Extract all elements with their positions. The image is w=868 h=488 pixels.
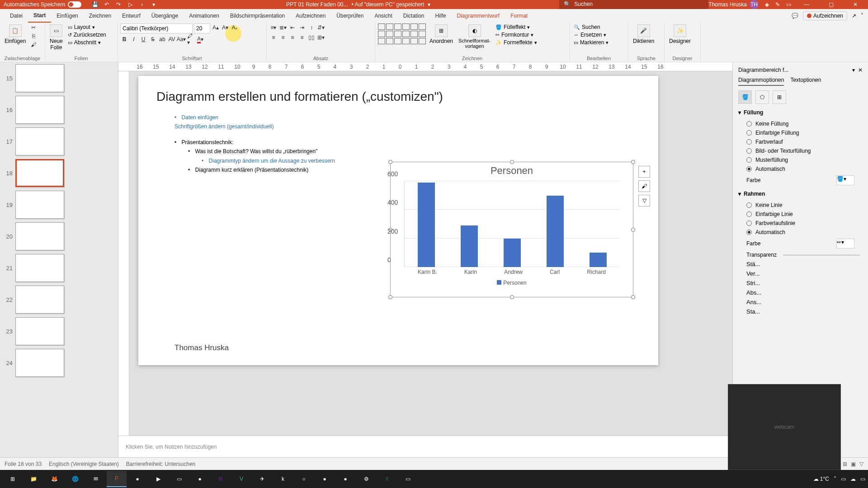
underline-icon[interactable]: U	[139, 35, 147, 43]
pane-tab-chart-options[interactable]: Diagrammoptionen	[738, 77, 784, 86]
chart-brush-icon[interactable]: 🖌	[638, 180, 650, 192]
comments-icon[interactable]: 💬	[792, 13, 798, 19]
find-button[interactable]: 🔍 Suchen	[572, 23, 610, 31]
thumbnail-23[interactable]	[15, 317, 64, 345]
author-text[interactable]: Thomas Hruska	[175, 343, 229, 352]
powerpoint-icon[interactable]: P	[107, 471, 127, 487]
tray-chevron-icon[interactable]: ˄	[834, 476, 836, 482]
outlook-icon[interactable]: ✉	[86, 471, 106, 487]
justify-icon[interactable]: ≡	[298, 33, 306, 42]
radio-automatisch[interactable]: Automatisch	[738, 164, 863, 174]
collapse-ribbon-icon[interactable]: ˅	[861, 13, 863, 19]
format-painter-icon[interactable]: 🖌	[29, 41, 38, 49]
chart-object[interactable]: + 🖌 ▽ Personen 0200400600 Karin B.KarinA…	[390, 162, 633, 297]
align-left-icon[interactable]: ≡	[269, 33, 278, 42]
tray-battery-icon[interactable]: ▭	[841, 476, 846, 482]
tab-entwurf[interactable]: Entwurf	[117, 9, 146, 23]
font-name-input[interactable]: Calibri (Textkörper)	[120, 23, 193, 33]
new-slide-button[interactable]: ▭Neue Folie	[48, 23, 65, 52]
language-status[interactable]: Englisch (Vereinigte Staaten)	[49, 461, 119, 467]
fill-section-header[interactable]: ▾ Füllung	[738, 109, 863, 116]
radio-automatisch[interactable]: Automatisch	[738, 228, 863, 237]
tab-aufzeichnen[interactable]: Aufzeichnen	[290, 9, 331, 23]
taskbar[interactable]: ⊞ 📁 🦊 🌐 ✉ P ● ▶ ▭ ● N V ✈ k ○ ● ● ⚙ X ▭ …	[0, 470, 868, 488]
thumbnail-24[interactable]	[15, 349, 64, 377]
app3-icon[interactable]: ●	[190, 471, 210, 487]
vlc-icon[interactable]: ▶	[148, 471, 168, 487]
fill-color-button[interactable]: 🪣▾	[836, 175, 854, 185]
dictate-button[interactable]: 🎤Diktieren	[631, 23, 656, 45]
font-color-icon[interactable]: A▾	[196, 35, 204, 43]
slide-thumbnails[interactable]: 15161718192021222324	[0, 62, 118, 457]
pane-close-icon[interactable]: ✕	[858, 67, 863, 73]
radio-einfarbige-linie[interactable]: Einfarbige Linie	[738, 210, 863, 219]
thumbnail-19[interactable]	[15, 191, 64, 219]
radio-farbverlauf[interactable]: Farbverlauf	[738, 137, 863, 146]
app2-icon[interactable]: ▭	[169, 471, 189, 487]
minimize-button[interactable]: —	[797, 1, 816, 8]
strike-icon[interactable]: S̶	[149, 35, 157, 43]
replace-button[interactable]: ↔ Ersetzen ▾	[572, 31, 610, 38]
size-icon[interactable]: ⊞	[773, 90, 786, 104]
start-button[interactable]: ⊞	[3, 471, 23, 487]
app8-icon[interactable]: ●	[335, 471, 355, 487]
app7-icon[interactable]: ●	[315, 471, 335, 487]
share-icon[interactable]: ↗	[852, 13, 856, 19]
thumbnail-18[interactable]	[15, 159, 64, 187]
dropdown-icon[interactable]: ▾	[150, 1, 157, 8]
radio-keine-füllung[interactable]: Keine Füllung	[738, 119, 863, 128]
app9-icon[interactable]: ▭	[398, 471, 418, 487]
shadow-icon[interactable]: ab	[158, 35, 166, 43]
highlight-icon[interactable]: 🖍▾	[187, 35, 195, 43]
bold-icon[interactable]: B	[120, 35, 128, 43]
tab-datei[interactable]: Datei	[5, 9, 28, 23]
slide-title[interactable]: Diagramm erstellen und formatieren („cus…	[156, 89, 640, 104]
effects-icon[interactable]: ⬠	[755, 90, 769, 104]
radio-einfarbige-füllung[interactable]: Einfarbige Füllung	[738, 128, 863, 137]
thumbnail-20[interactable]	[15, 222, 64, 250]
notes-pane[interactable]: Klicken Sie, um Notizen hinzuzufügen	[118, 436, 732, 457]
radio-farbverlaufslinie[interactable]: Farbverlaufslinie	[738, 219, 863, 228]
accessibility-status[interactable]: Barrierefreiheit: Untersuchen	[126, 461, 195, 467]
chart-plot[interactable]: 0200400600	[404, 181, 619, 267]
shrink-font-icon[interactable]: A▾	[221, 23, 229, 32]
app6-icon[interactable]: ○	[294, 471, 314, 487]
chart-filter-icon[interactable]: ▽	[638, 195, 650, 206]
border-section-header[interactable]: ▾ Rahmen	[738, 191, 863, 197]
excel-icon[interactable]: X	[377, 471, 397, 487]
fill-button[interactable]: 🪣 Fülleffekt ▾	[494, 23, 538, 31]
search-input[interactable]: 🔍 Suchen	[559, 0, 708, 10]
font-size-input[interactable]: 20	[194, 23, 210, 33]
tab-ansicht[interactable]: Ansicht	[369, 9, 397, 23]
fill-line-icon[interactable]: 🪣	[738, 90, 752, 104]
chrome-icon[interactable]: 🌐	[65, 471, 85, 487]
view-reading-icon[interactable]: ▣	[851, 461, 856, 467]
tab-start[interactable]: Start	[28, 9, 51, 23]
tab-dictation[interactable]: Dictation	[398, 9, 430, 23]
indent-dec-icon[interactable]: ⇤	[288, 23, 297, 32]
record-button[interactable]: Aufzeichnen	[803, 11, 847, 20]
align-center-icon[interactable]: ≡	[279, 33, 287, 42]
app-icon[interactable]: ●	[127, 471, 147, 487]
view-slideshow-icon[interactable]: ▽	[859, 461, 863, 467]
reset-button[interactable]: ↺ Zurücksetzen	[66, 31, 108, 38]
select-button[interactable]: ▭ Markieren ▾	[572, 39, 610, 46]
tray-wifi-icon[interactable]: ▭	[860, 476, 865, 482]
slide-canvas[interactable]: Diagramm erstellen und formatieren („cus…	[138, 76, 658, 365]
radio-keine-linie[interactable]: Keine Linie	[738, 201, 863, 210]
case-icon[interactable]: Aa▾	[177, 35, 185, 43]
user-account[interactable]: Thomas Hruska TH	[708, 0, 759, 9]
firefox-icon[interactable]: 🦊	[44, 471, 64, 487]
slideshow-icon[interactable]: ▷	[127, 1, 134, 8]
numbering-icon[interactable]: ≣▾	[279, 23, 287, 32]
close-button[interactable]: ✕	[846, 1, 864, 8]
columns-icon[interactable]: ▯▯	[307, 33, 316, 42]
grow-font-icon[interactable]: A▴	[212, 23, 220, 32]
autosave-toggle[interactable]: Automatisches Speichern	[4, 1, 81, 8]
thumbnail-21[interactable]	[15, 254, 64, 282]
chart-plus-icon[interactable]: +	[638, 166, 650, 178]
tab-diagrammentwurf[interactable]: Diagrammentwurf	[451, 9, 505, 23]
cut-icon[interactable]: ✂	[29, 23, 38, 32]
shapes-gallery[interactable]	[378, 23, 426, 44]
app4-icon[interactable]: V	[231, 471, 251, 487]
